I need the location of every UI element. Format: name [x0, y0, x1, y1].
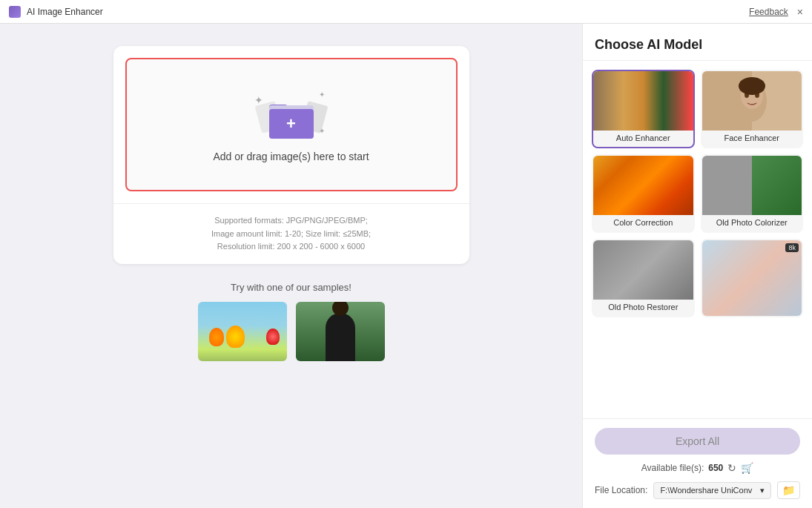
colorizer-grey	[702, 156, 752, 215]
balloon-3	[266, 329, 280, 345]
plus-icon: +	[286, 116, 296, 132]
balloon-thumbnail	[198, 302, 287, 361]
model-card-old-photo-restorer[interactable]: Old Photo Restorer	[592, 239, 695, 317]
title-bar: AI Image Enhancer Feedback ×	[0, 0, 812, 24]
file-location-path: F:\Wondershare UniConv	[660, 486, 752, 495]
old-photo-colorizer-thumb	[702, 156, 802, 215]
sparkle-icon-br: ✦	[319, 127, 325, 135]
sparkle-icon-tr: ✦	[319, 90, 325, 99]
right-panel: Choose AI Model Auto Enhancer	[582, 24, 812, 508]
sample-thumb-balloons[interactable]	[198, 302, 287, 361]
face-enhancer-image	[702, 71, 802, 131]
file-location-label: File Location:	[595, 485, 647, 495]
drop-zone[interactable]: + ✦ ✦ ✦ Add or drag image(s) here to sta…	[125, 58, 458, 191]
feedback-link[interactable]: Feedback	[749, 7, 788, 17]
ai-upscaler-label: AI Upscaler	[702, 316, 802, 317]
color-correction-label: Color Correction	[593, 215, 693, 231]
export-all-button[interactable]: Export All	[595, 428, 800, 455]
app-title: AI Image Enhancer	[27, 7, 103, 17]
face-enhancer-thumb	[702, 71, 802, 131]
color-correction-thumb	[593, 156, 693, 215]
ai-upscaler-thumb: 8k	[702, 240, 802, 316]
old-photo-colorizer-image	[702, 156, 802, 215]
file-info: Supported formats: JPG/PNG/JPEG/BMP; Ima…	[113, 203, 469, 264]
drop-label: Add or drag image(s) here to start	[213, 151, 369, 162]
drop-area-wrapper: + ✦ ✦ ✦ Add or drag image(s) here to sta…	[113, 46, 469, 264]
main-layout: + ✦ ✦ ✦ Add or drag image(s) here to sta…	[0, 24, 812, 508]
title-bar-left: AI Image Enhancer	[9, 6, 103, 18]
close-button[interactable]: ×	[797, 7, 803, 17]
samples-row	[113, 302, 469, 361]
old-photo-restorer-thumb	[593, 240, 693, 300]
file-location-select[interactable]: F:\Wondershare UniConv ▾	[653, 482, 771, 499]
old-photo-colorizer-label: Old Photo Colorizer	[702, 215, 802, 231]
face-enhancer-label: Face Enhancer	[702, 131, 802, 147]
open-folder-button[interactable]: 📁	[777, 481, 800, 499]
resolution-limit: Resolution limit: 200 x 200 - 6000 x 600…	[128, 240, 455, 254]
folder-icon-wrap: + ✦ ✦ ✦	[262, 87, 321, 139]
cart-icon[interactable]: 🛒	[741, 462, 753, 474]
model-card-old-photo-colorizer[interactable]: Old Photo Colorizer	[701, 154, 804, 233]
woman-thumbnail	[296, 302, 385, 361]
balloon-2	[226, 326, 245, 348]
chevron-down-icon: ▾	[760, 486, 765, 495]
auto-enhancer-thumb	[593, 71, 693, 131]
model-card-color-correction[interactable]: Color Correction	[592, 154, 695, 233]
auto-enhancer-label: Auto Enhancer	[593, 131, 693, 147]
samples-title: Try with one of our samples!	[113, 282, 469, 293]
title-bar-right: Feedback ×	[749, 7, 803, 17]
upscaler-badge: 8k	[785, 243, 799, 252]
face-svg	[730, 75, 774, 127]
app-icon	[9, 6, 21, 18]
auto-enhancer-image	[593, 71, 693, 131]
model-card-face-enhancer[interactable]: Face Enhancer	[701, 70, 804, 148]
svg-point-4	[739, 77, 765, 95]
available-label: Available file(s):	[641, 463, 704, 473]
amount-limit: Image amount limit: 1-20; Size limit: ≤2…	[128, 228, 455, 241]
sample-thumb-woman[interactable]	[296, 302, 385, 361]
available-row: Available file(s): 650 ↻ 🛒	[595, 462, 800, 474]
balloon-1	[209, 328, 224, 346]
model-grid: Auto Enhancer	[583, 61, 812, 418]
folder-front: +	[269, 109, 314, 139]
model-card-auto-enhancer[interactable]: Auto Enhancer	[592, 70, 695, 148]
old-photo-restorer-label: Old Photo Restorer	[593, 300, 693, 316]
samples-section: Try with one of our samples!	[113, 282, 469, 361]
available-count: 650	[708, 463, 723, 473]
file-location-row: File Location: F:\Wondershare UniConv ▾ …	[595, 481, 800, 499]
right-panel-bottom: Export All Available file(s): 650 ↻ 🛒 Fi…	[583, 418, 812, 508]
woman-silhouette	[326, 313, 355, 361]
model-card-ai-upscaler[interactable]: 8k AI Upscaler	[701, 239, 804, 317]
sparkle-icon-tl: ✦	[254, 94, 263, 106]
left-panel: + ✦ ✦ ✦ Add or drag image(s) here to sta…	[0, 24, 582, 508]
woman-head	[332, 302, 349, 316]
restorer-image	[593, 240, 693, 300]
right-panel-header: Choose AI Model	[583, 24, 812, 61]
colorizer-color	[752, 156, 802, 215]
choose-model-title: Choose AI Model	[595, 37, 800, 53]
supported-formats: Supported formats: JPG/PNG/JPEG/BMP;	[128, 214, 455, 228]
color-correction-image	[593, 156, 693, 215]
refresh-icon[interactable]: ↻	[727, 462, 736, 474]
